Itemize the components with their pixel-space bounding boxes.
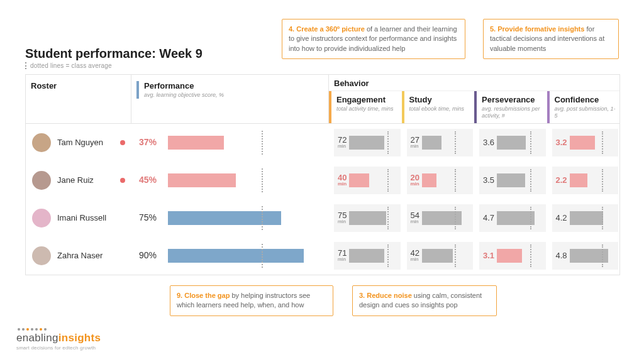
logo-dots-icon — [18, 328, 47, 331]
engagement-value: 71min — [338, 249, 347, 262]
study-cell: 27min — [402, 129, 475, 156]
perseverance-bar — [497, 173, 525, 187]
callout-num: 3. — [359, 292, 365, 299]
header-perseverance[interactable]: Perseverance avg. resubmissions per acti… — [474, 91, 547, 123]
perseverance-value: 3.5 — [483, 176, 494, 184]
performance-cell: 45% — [131, 173, 329, 187]
engagement-cell: 71min — [329, 242, 402, 270]
class-average-line — [387, 169, 389, 192]
header-perseverance-label: Perseverance — [482, 95, 546, 104]
header-engagement[interactable]: Engagement total activity time, mins — [329, 91, 402, 123]
header-performance-sub: avg. learning objective score, % — [144, 92, 323, 99]
student-name: Imani Russell — [57, 213, 125, 222]
class-average-line — [530, 169, 531, 192]
logo-wordmark: enablinginsights — [16, 332, 101, 344]
behavior-cells: 72min27min3.63.2 — [329, 129, 619, 156]
class-average-line — [530, 131, 531, 154]
class-average-line — [530, 207, 531, 229]
engagement-bar — [349, 249, 384, 263]
perseverance-cell: 3.5 — [474, 167, 547, 194]
confidence-cell: 3.2 — [547, 129, 620, 156]
performance-bar — [168, 211, 281, 225]
engagement-cell: 72min — [329, 129, 402, 156]
callout-num: 5. — [490, 25, 496, 33]
header-roster[interactable]: Roster — [26, 75, 131, 123]
engagement-bar — [349, 136, 384, 150]
logo-word-1: enabling — [16, 332, 58, 344]
callout-num: 4. — [289, 25, 294, 33]
table-row[interactable]: Zahra Naser90%71min42min3.14.8 — [26, 237, 619, 275]
header-confidence[interactable]: Confidence avg. post submission, 1-5 — [547, 91, 620, 123]
class-average-line — [262, 131, 263, 155]
avatar — [32, 209, 51, 228]
alert-dot-icon — [120, 140, 125, 145]
study-cell: 42min — [402, 242, 475, 270]
class-average-line — [455, 207, 456, 229]
performance-value: 37% — [139, 137, 168, 147]
student-name: Tam Nguyen — [57, 138, 114, 147]
performance-bar — [168, 136, 224, 150]
study-value: 54min — [411, 211, 419, 224]
callout-num: 9. — [177, 292, 182, 299]
confidence-bar — [570, 136, 596, 150]
class-average-line — [387, 131, 389, 154]
study-value: 20min — [411, 173, 419, 187]
header-behavior: Behavior Engagement total activity time,… — [329, 75, 619, 123]
class-average-line — [387, 207, 389, 229]
perseverance-bar — [497, 136, 526, 150]
study-bar — [422, 173, 436, 187]
performance-cell: 90% — [131, 249, 329, 263]
performance-value: 90% — [139, 250, 168, 260]
logo: enablinginsights smart decisions for edt… — [16, 328, 101, 351]
callout-lead: Create a 360º picture — [296, 25, 365, 33]
class-average-line — [455, 131, 456, 154]
header-performance[interactable]: Performance avg. learning objective scor… — [131, 75, 329, 123]
class-average-line — [455, 169, 456, 192]
roster-cell: Imani Russell — [26, 209, 131, 228]
engagement-bar — [349, 211, 386, 225]
perseverance-value: 4.7 — [483, 214, 494, 222]
perseverance-cell: 3.1 — [474, 242, 547, 270]
callout-4: 4. Create a 360º picture of a learner an… — [282, 19, 465, 59]
table-header: Roster Performance avg. learning objecti… — [26, 75, 619, 124]
performance-value: 45% — [139, 175, 168, 185]
table-row[interactable]: Imani Russell75%75min54min4.74.2 — [26, 199, 619, 237]
engagement-cell: 40min — [329, 167, 402, 194]
logo-tagline: smart decisions for edtech growth — [16, 345, 96, 351]
engagement-cell: 75min — [329, 204, 402, 232]
page: Student performance: Week 9 dotted lines… — [0, 0, 644, 362]
perseverance-cell: 3.6 — [474, 129, 547, 156]
class-average-line — [530, 244, 531, 267]
callout-9: 9. Close the gap by helping instructors … — [170, 285, 333, 316]
performance-table: Roster Performance avg. learning objecti… — [25, 74, 620, 275]
engagement-value: 40min — [338, 173, 347, 187]
header-study-sub: total ebook time, mins — [409, 106, 474, 112]
performance-cell: 75% — [131, 211, 329, 225]
perseverance-value: 3.6 — [483, 138, 494, 146]
header-perseverance-sub: avg. resubmissions per activity, # — [482, 106, 546, 119]
table-row[interactable]: Tam Nguyen37%72min27min3.63.2 — [26, 124, 619, 162]
table-row[interactable]: Jane Ruiz45%40min20min3.52.2 — [26, 162, 619, 199]
callout-3: 3. Reduce noise using calm, consistent d… — [352, 285, 497, 316]
engagement-value: 72min — [338, 136, 347, 149]
header-study[interactable]: Study total ebook time, mins — [402, 91, 475, 123]
performance-cell: 37% — [131, 136, 329, 150]
study-value: 42min — [411, 249, 419, 262]
performance-bar — [168, 249, 304, 263]
engagement-bar — [349, 173, 369, 187]
study-bar — [422, 136, 442, 150]
class-average-line — [262, 206, 263, 230]
behavior-cells: 40min20min3.52.2 — [329, 167, 619, 194]
header-engagement-label: Engagement — [336, 95, 401, 104]
confidence-bar — [570, 211, 603, 225]
class-average-line — [262, 244, 263, 268]
study-value: 27min — [411, 136, 419, 149]
performance-bar — [168, 173, 236, 187]
study-bar — [422, 211, 462, 225]
study-bar — [422, 249, 453, 263]
roster-cell: Jane Ruiz — [26, 171, 131, 190]
callout-5: 5. Provide formative insights for tactic… — [483, 19, 619, 59]
header-behavior-label: Behavior — [329, 79, 619, 91]
roster-cell: Tam Nguyen — [26, 133, 131, 152]
confidence-value: 4.8 — [556, 251, 567, 260]
